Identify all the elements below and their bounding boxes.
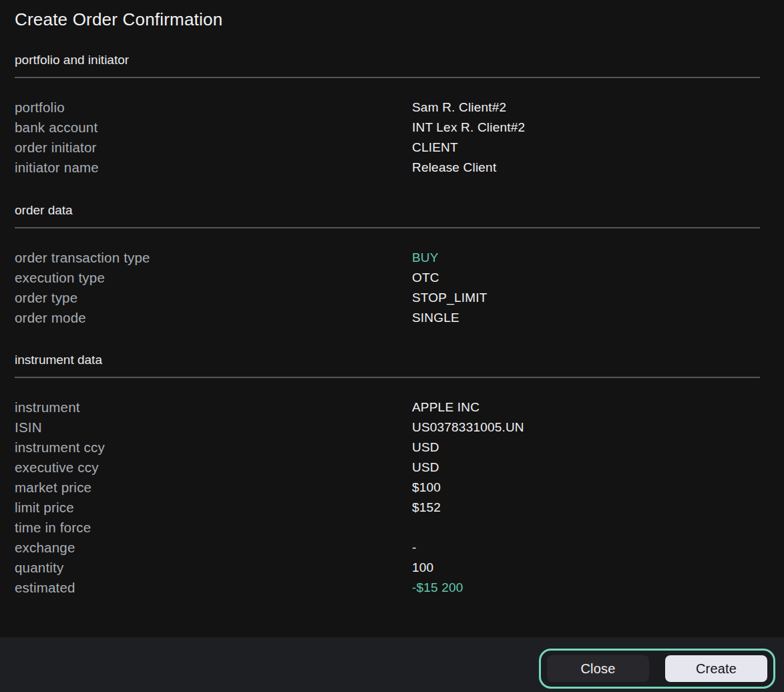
field-label: order transaction type bbox=[15, 250, 412, 266]
field-row: exchange- bbox=[15, 538, 775, 558]
field-value: SINGLE bbox=[412, 311, 775, 325]
field-value: Release Client bbox=[412, 160, 775, 175]
field-row: executive ccyUSD bbox=[15, 458, 775, 478]
field-rows: instrumentAPPLE INCISINUS0378331005.UNin… bbox=[15, 397, 775, 598]
field-row: quantity100 bbox=[15, 558, 775, 578]
field-row: order modeSINGLE bbox=[15, 308, 775, 328]
field-row: instrumentAPPLE INC bbox=[15, 397, 775, 417]
field-value: BUY bbox=[412, 250, 775, 265]
create-button[interactable]: Create bbox=[665, 655, 767, 682]
field-value: OTC bbox=[412, 271, 775, 285]
section-header: instrument data bbox=[15, 352, 775, 368]
field-label: estimated bbox=[15, 580, 412, 596]
field-label: limit price bbox=[15, 500, 412, 516]
field-label: time in force bbox=[15, 520, 412, 536]
field-row: time in force bbox=[15, 518, 775, 538]
section-instrument-data: instrument data instrumentAPPLE INCISINU… bbox=[15, 352, 775, 598]
field-value: INT Lex R. Client#2 bbox=[412, 120, 775, 135]
field-value: Sam R. Client#2 bbox=[412, 100, 775, 115]
field-label: quantity bbox=[15, 560, 412, 576]
field-row: bank accountINT Lex R. Client#2 bbox=[15, 118, 775, 138]
field-label: instrument ccy bbox=[15, 440, 412, 456]
field-row: limit price$152 bbox=[15, 498, 775, 518]
field-row: execution typeOTC bbox=[15, 268, 775, 288]
field-value: $152 bbox=[412, 500, 775, 515]
field-label: portfolio bbox=[15, 100, 412, 116]
close-button[interactable]: Close bbox=[547, 655, 649, 682]
field-row: market price$100 bbox=[15, 478, 775, 498]
field-row: estimated-$15 200 bbox=[15, 578, 775, 598]
section-order-data: order data order transaction typeBUYexec… bbox=[15, 202, 775, 328]
footer-button-group: Close Create bbox=[539, 649, 775, 689]
field-value: USD bbox=[412, 440, 775, 455]
field-value: - bbox=[412, 540, 775, 555]
field-label: market price bbox=[15, 480, 412, 496]
field-label: order mode bbox=[15, 310, 412, 326]
field-row: order transaction typeBUY bbox=[15, 248, 775, 268]
field-rows: order transaction typeBUYexecution typeO… bbox=[15, 248, 775, 328]
section-divider bbox=[15, 77, 760, 78]
field-label: execution type bbox=[15, 270, 412, 286]
field-row: instrument ccyUSD bbox=[15, 438, 775, 458]
create-order-confirmation-dialog: Create Order Confirmation portfolio and … bbox=[0, 0, 784, 692]
field-label: initiator name bbox=[15, 160, 412, 176]
field-value: $100 bbox=[412, 480, 775, 495]
dialog-footer: Close Create bbox=[0, 637, 784, 692]
field-value: APPLE INC bbox=[412, 400, 775, 415]
field-row: initiator nameRelease Client bbox=[15, 158, 775, 178]
field-value: US0378331005.UN bbox=[412, 420, 775, 435]
dialog-content: Create Order Confirmation portfolio and … bbox=[0, 0, 784, 598]
field-value: STOP_LIMIT bbox=[412, 291, 775, 305]
field-value: CLIENT bbox=[412, 140, 775, 155]
field-label: order type bbox=[15, 290, 412, 306]
field-label: ISIN bbox=[15, 419, 412, 436]
field-row: portfolioSam R. Client#2 bbox=[15, 98, 775, 118]
field-row: order initiatorCLIENT bbox=[15, 138, 775, 158]
section-header: order data bbox=[15, 202, 775, 218]
field-row: order typeSTOP_LIMIT bbox=[15, 288, 775, 308]
field-label: order initiator bbox=[15, 140, 412, 156]
field-value: -$15 200 bbox=[412, 580, 775, 595]
section-header: portfolio and initiator bbox=[15, 52, 775, 68]
section-portfolio-and-initiator: portfolio and initiator portfolioSam R. … bbox=[15, 52, 775, 178]
dialog-title: Create Order Confirmation bbox=[15, 0, 775, 30]
field-value: 100 bbox=[412, 560, 775, 575]
field-value: USD bbox=[412, 460, 775, 475]
field-label: exchange bbox=[15, 540, 412, 556]
field-rows: portfolioSam R. Client#2bank accountINT … bbox=[15, 98, 775, 178]
field-label: bank account bbox=[15, 120, 412, 136]
field-label: instrument bbox=[15, 399, 412, 415]
field-label: executive ccy bbox=[15, 460, 412, 476]
section-divider bbox=[15, 227, 760, 228]
field-row: ISINUS0378331005.UN bbox=[15, 417, 775, 438]
section-divider bbox=[15, 377, 760, 378]
